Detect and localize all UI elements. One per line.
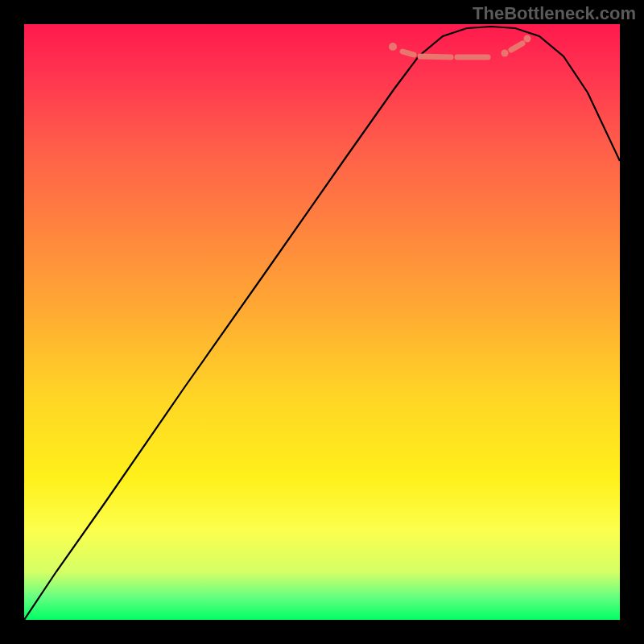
svg-point-0	[389, 43, 397, 51]
curve-dots	[389, 35, 531, 58]
svg-point-6	[524, 35, 531, 43]
chart-plot-area	[24, 24, 620, 620]
attribution-label: TheBottleneck.com	[473, 3, 636, 24]
chart-svg	[24, 24, 620, 620]
svg-line-1	[402, 52, 414, 55]
svg-line-2	[420, 56, 451, 57]
svg-point-4	[502, 50, 509, 57]
svg-line-5	[511, 43, 522, 50]
bottleneck-curve	[24, 27, 620, 620]
